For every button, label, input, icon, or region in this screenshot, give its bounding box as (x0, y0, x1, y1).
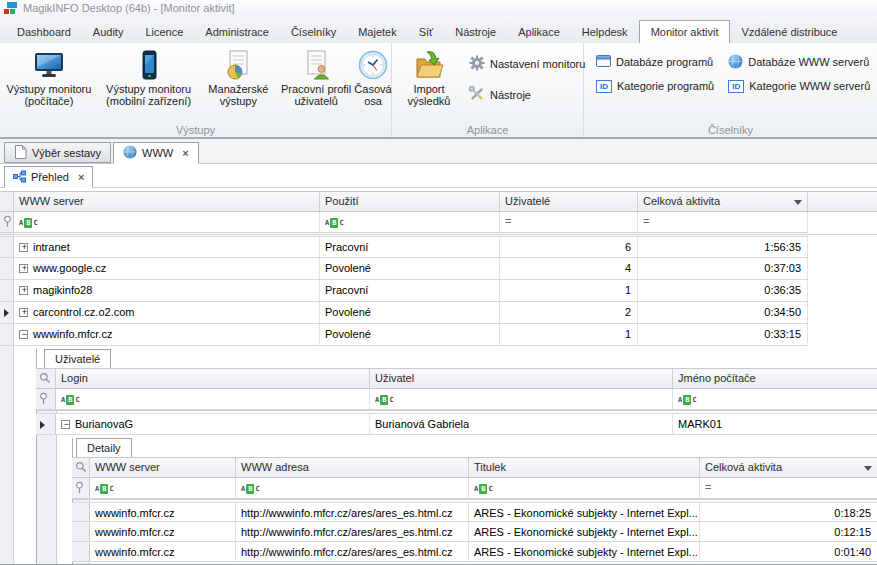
databaze-programu-button[interactable]: Databáze programů (596, 53, 714, 71)
databaze-www-serveru-button[interactable]: Databáze WWW serverů (728, 53, 870, 71)
filter-cell-uzivatele[interactable]: = (500, 212, 638, 232)
filter-cell-celkova-aktivita[interactable]: = (638, 212, 808, 232)
nastroje-button[interactable]: Nástroje (469, 86, 585, 104)
ribbon-tab-bar: Dashboard Audity Licence Administrace Čí… (0, 16, 877, 43)
app-window-icon (596, 54, 611, 70)
tab-nastroje[interactable]: Nástroje (444, 22, 507, 43)
tab-licence[interactable]: Licence (134, 22, 194, 43)
abc-filter-icon (678, 395, 697, 405)
filter-cell-www-adresa[interactable] (236, 478, 469, 498)
column-header-uzivatel[interactable]: Uživatel (370, 369, 673, 388)
table-row-intranet[interactable]: intranet Pracovní 6 1:56:35 (0, 236, 808, 258)
expand-icon[interactable] (19, 243, 28, 252)
expand-icon[interactable] (19, 286, 28, 295)
tab-sit[interactable]: Síť (408, 22, 445, 43)
column-header-pouziti[interactable]: Použití (320, 192, 500, 211)
close-icon[interactable]: × (78, 171, 84, 183)
tab-www[interactable]: WWW × (113, 142, 199, 164)
filter-cell-pouziti[interactable] (320, 212, 500, 232)
ribbon: Výstupy monitoru (počítače) Výstupy moni… (0, 43, 877, 139)
column-header-login[interactable]: Login (56, 369, 370, 388)
vystupy-monitoru-pocitace-button[interactable]: Výstupy monitoru (počítače) (1, 46, 97, 107)
abc-filter-icon (19, 218, 38, 228)
table-row-detail-3[interactable]: wwwinfo.mfcr.cz http://wwwinfo.mfcr.cz/a… (72, 542, 877, 562)
tab-vzdalene-distribuce[interactable]: Vzdálené distribuce (730, 22, 848, 43)
import-vysledku-button[interactable]: Import výsledků (398, 46, 460, 107)
table-row-burianovag[interactable]: BurianovaG Burianová Gabriela MARK01 (36, 413, 877, 435)
kategorie-www-serveru-button[interactable]: ID Kategorie WWW serverů (728, 77, 870, 95)
header-empty-cell (808, 192, 877, 211)
focused-row-arrow-icon (4, 309, 9, 317)
table-row-detail-2[interactable]: wwwinfo.mfcr.cz http://wwwinfo.mfcr.cz/a… (72, 522, 877, 542)
abc-filter-icon (375, 395, 394, 405)
header-indicator-cell (0, 192, 14, 211)
abc-filter-icon (61, 395, 80, 405)
nastaveni-monitoru-button[interactable]: Nastavení monitoru (469, 55, 585, 73)
dropdown-caret-icon[interactable] (794, 200, 802, 205)
filter-indicator-cell (0, 212, 14, 232)
column-header-celkova-aktivita[interactable]: Celková aktivita (700, 458, 877, 477)
details-grid-filter-row: = (72, 478, 877, 499)
search-icon[interactable] (39, 374, 51, 386)
filter-cell-uzivatel[interactable] (370, 389, 673, 409)
mobile-icon (133, 47, 165, 83)
tab-vyber-sestavy[interactable]: Výběr sestavy (4, 142, 111, 163)
dropdown-caret-icon[interactable] (864, 466, 872, 471)
table-row-detail-1[interactable]: wwwinfo.mfcr.cz http://wwwinfo.mfcr.cz/a… (72, 502, 877, 522)
filter-cell-titulek[interactable] (469, 478, 700, 498)
table-row-wwwinfo[interactable]: wwwinfo.mfcr.cz Povolené 1 0:33:15 (0, 324, 808, 346)
tab-audity[interactable]: Audity (82, 22, 135, 43)
column-header-titulek[interactable]: Titulek (469, 458, 700, 477)
column-header-www-server[interactable]: WWW server (90, 458, 236, 477)
pin-icon (38, 395, 49, 407)
tab-aplikace[interactable]: Aplikace (507, 22, 571, 43)
expand-icon[interactable] (19, 308, 28, 317)
filter-cell-jmeno-pocitace[interactable] (673, 389, 877, 409)
tab-dashboard[interactable]: Dashboard (6, 22, 82, 43)
tab-detaily[interactable]: Detaily (76, 438, 132, 457)
tab-prehled[interactable]: Přehled × (4, 166, 93, 188)
app-logo-icon (4, 2, 17, 14)
filter-cell-www-server[interactable] (90, 478, 236, 498)
filter-cell-www-server[interactable] (14, 212, 320, 232)
column-header-uzivatele[interactable]: Uživatelé (500, 192, 638, 211)
tools-icon (469, 86, 485, 104)
kategorie-programu-button[interactable]: ID Kategorie programů (596, 77, 714, 95)
window-title: MagikINFO Desktop (64b) - [Monitor aktiv… (23, 2, 235, 14)
close-icon[interactable]: × (182, 147, 188, 159)
details-grid-header: WWW server WWW adresa Titulek Celková ak… (72, 457, 877, 478)
expand-icon[interactable] (19, 264, 28, 273)
focused-row-arrow-icon (40, 421, 45, 429)
table-row-magikinfo28[interactable]: magikinfo28 Pracovní 1 0:36:35 (0, 280, 808, 302)
tab-uzivatele[interactable]: Uživatelé (44, 349, 111, 368)
id-badge-icon: ID (596, 80, 612, 93)
column-header-www-server[interactable]: WWW server (14, 192, 320, 211)
vystupy-monitoru-mobilni-button[interactable]: Výstupy monitoru (mobilní zařízení) (97, 46, 201, 107)
equals-filter-icon: = (705, 481, 711, 493)
document-tab-bar: Výběr sestavy WWW × (0, 139, 877, 164)
search-icon[interactable] (75, 463, 87, 475)
grid-separator (72, 499, 877, 500)
collapse-icon[interactable] (61, 420, 70, 429)
filter-indicator-cell (36, 389, 56, 409)
column-header-jmeno-pocitace[interactable]: Jméno počítače (673, 369, 877, 388)
abc-filter-icon (241, 484, 260, 494)
tab-majetek[interactable]: Majetek (347, 22, 408, 43)
collapse-icon[interactable] (19, 330, 28, 339)
column-header-www-adresa[interactable]: WWW adresa (236, 458, 469, 477)
filter-cell-celkova-aktivita[interactable]: = (700, 478, 877, 498)
tab-monitor-aktivit[interactable]: Monitor aktivit (639, 20, 731, 43)
page-icon (14, 145, 27, 161)
filter-cell-login[interactable] (56, 389, 370, 409)
column-header-celkova-aktivita[interactable]: Celková aktivita (638, 192, 808, 211)
tab-administrace[interactable]: Administrace (194, 22, 280, 43)
casova-osa-button[interactable]: Časová osa (356, 46, 390, 107)
tab-helpdesk[interactable]: Helpdesk (571, 22, 639, 43)
table-row-carcontrol[interactable]: carcontrol.cz.o2.com Povolené 2 0:34:50 (0, 302, 808, 324)
ribbon-group-caption: Číselníky (584, 124, 877, 136)
pracovni-profil-uzivatelu-button[interactable]: Pracovní profil uživatelů (276, 46, 356, 107)
document-user-icon (300, 47, 332, 83)
table-row-google[interactable]: www.google.cz Povolené 4 0:37:03 (0, 258, 808, 280)
manazerske-vystupy-button[interactable]: Manažerské výstupy (200, 46, 276, 107)
tab-ciselniky[interactable]: Číselníky (280, 22, 347, 43)
